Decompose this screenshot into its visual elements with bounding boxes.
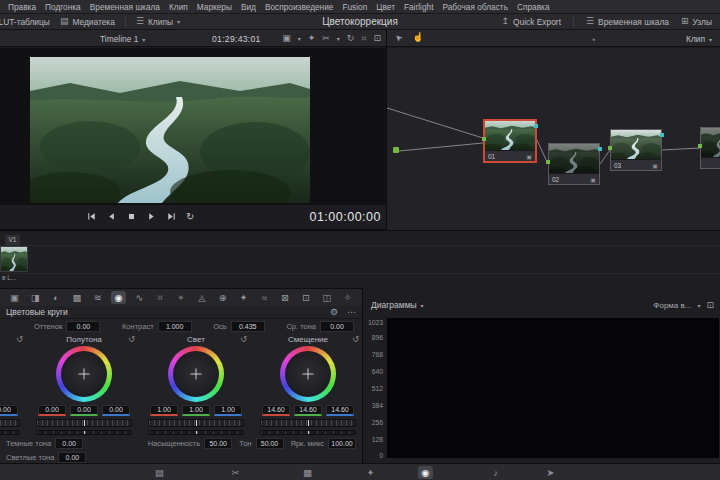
green-value[interactable]: 1.00 (182, 405, 210, 416)
color-page-icon[interactable]: ◉ (418, 466, 433, 479)
fairlight-page-icon[interactable]: ♪ (488, 466, 503, 479)
blur-icon[interactable]: ≈ (257, 291, 272, 304)
scope-mode-select[interactable]: Форма в... (653, 301, 691, 310)
menu-playback[interactable]: Воспроизведение (265, 2, 334, 12)
blue-value[interactable]: 0.00 (0, 405, 18, 416)
qualifier-icon[interactable]: ⌖ (174, 291, 189, 304)
node-01[interactable]: 01 ▣ (483, 119, 537, 163)
loop-icon[interactable]: ↻ (347, 34, 355, 43)
red-value[interactable]: 14.60 (262, 405, 290, 416)
motion-effects-icon[interactable]: ≋ (90, 291, 105, 304)
master-wheel-slider[interactable] (148, 419, 244, 427)
timeline-select[interactable]: Timeline 1 ▾ (100, 34, 145, 44)
rgb-mixer-icon[interactable]: ▩ (69, 291, 84, 304)
color-wheel[interactable] (280, 346, 336, 402)
menu-edit[interactable]: Правка (8, 2, 36, 12)
output-port-icon[interactable] (534, 124, 538, 128)
loop-button[interactable]: ↻ (186, 211, 194, 222)
node-partial[interactable] (700, 127, 720, 169)
fine-slider[interactable] (36, 430, 132, 435)
saturation-value[interactable]: 50.00 (204, 438, 232, 449)
video-preview[interactable] (30, 57, 310, 203)
input-port-icon[interactable] (546, 160, 550, 164)
red-value[interactable]: 0.00 (38, 405, 66, 416)
midtone-value[interactable]: 0.00 (320, 321, 354, 332)
mini-timeline[interactable]: V1 в L... (0, 230, 720, 288)
color-wheel[interactable] (168, 346, 224, 402)
curves-icon[interactable]: ∿ (132, 291, 147, 304)
shadows-value[interactable]: 0.00 (55, 438, 83, 449)
fine-slider[interactable] (148, 430, 244, 435)
expand-icon[interactable]: ⊡ (373, 34, 381, 43)
key-icon[interactable]: ⊠ (278, 291, 293, 304)
media-pool-button[interactable]: ▤ Медиатека (60, 17, 115, 27)
menu-timeline[interactable]: Временная шкала (90, 2, 160, 12)
timeline-panel-button[interactable]: ☰ Временная шкала (586, 17, 669, 27)
grid-icon[interactable]: ⌗ (361, 34, 366, 43)
hdr-grade-icon[interactable]: ◐ (49, 291, 64, 304)
source-port-icon[interactable] (393, 147, 399, 153)
cut-page-icon[interactable]: ✂ (228, 466, 243, 479)
blue-value[interactable]: 0.00 (102, 405, 130, 416)
node-editor[interactable]: 01 ▣ 02 ▣ 03 ▣ (387, 48, 720, 230)
input-port-icon[interactable] (608, 146, 612, 150)
step-back-button[interactable] (106, 211, 117, 222)
reset-icon[interactable]: ↺ (16, 335, 23, 344)
menu-markers[interactable]: Маркеры (197, 2, 232, 12)
contrast-value[interactable]: 1.000 (158, 321, 192, 332)
output-port-icon[interactable] (660, 133, 664, 137)
node-02[interactable]: 02 ▣ (548, 143, 600, 185)
cursor-icon[interactable]: ➤ (393, 32, 405, 44)
master-wheel-slider[interactable] (36, 419, 132, 427)
quick-export-button[interactable]: ↥ Quick Export (502, 17, 562, 27)
color-wheel[interactable] (56, 346, 112, 402)
highlights-value[interactable]: 0.00 (58, 452, 86, 463)
pivot-value[interactable]: 0.435 (231, 321, 265, 332)
chevron-down-icon[interactable]: ▾ (298, 35, 301, 42)
sizing-icon[interactable]: ⊡ (298, 291, 313, 304)
lut-browser-button[interactable]: ▦ LUT-таблицы (0, 17, 50, 27)
input-port-icon[interactable] (482, 137, 486, 141)
color-warper-icon[interactable]: ⌗ (153, 291, 168, 304)
timeline-clip[interactable] (0, 246, 28, 272)
master-wheel-slider[interactable] (0, 419, 20, 427)
menu-trim[interactable]: Подгонка (45, 2, 81, 12)
clips-button[interactable]: ☰ Клипы ▾ (136, 17, 180, 27)
menu-clip[interactable]: Клип (169, 2, 188, 12)
play-button[interactable] (146, 211, 157, 222)
menu-view[interactable]: Вид (241, 2, 256, 12)
menu-workspace[interactable]: Рабочая область (442, 2, 508, 12)
effects-icon[interactable]: ✧ (340, 291, 355, 304)
output-port-icon[interactable] (598, 147, 602, 151)
scissors-icon[interactable]: ✂ (322, 34, 330, 43)
skip-start-button[interactable] (86, 211, 97, 222)
red-value[interactable]: 1.00 (150, 405, 178, 416)
chevron-down-icon[interactable]: ▾ (697, 302, 700, 309)
deliver-page-icon[interactable]: ➤ (543, 466, 558, 479)
reset-icon[interactable]: ↺ (352, 335, 359, 344)
tint-value[interactable]: 50.00 (256, 438, 284, 449)
power-windows-icon[interactable]: ◬ (194, 291, 209, 304)
green-value[interactable]: 14.60 (294, 405, 322, 416)
color-wheels-icon[interactable]: ◉ (111, 291, 126, 304)
menu-help[interactable]: Справка (517, 2, 550, 12)
expand-icon[interactable]: ⊡ (706, 301, 714, 310)
color-match-icon[interactable]: ◨ (28, 291, 43, 304)
node-view-select[interactable]: Клип ▾ (686, 34, 712, 44)
green-value[interactable]: 0.00 (70, 405, 98, 416)
blue-value[interactable]: 1.00 (214, 405, 242, 416)
camera-raw-icon[interactable]: ▣ (7, 291, 22, 304)
stereo-3d-icon[interactable]: ◫ (319, 291, 334, 304)
settings-icon[interactable]: ⚙ (330, 308, 338, 317)
menu-fairlight[interactable]: Fairlight (404, 2, 434, 12)
more-icon[interactable]: ⋯ (347, 308, 356, 317)
frame-icon[interactable]: ▣ (282, 34, 291, 43)
scopes-title-select[interactable]: Диаграммы ▾ (371, 300, 424, 310)
stop-button[interactable] (126, 211, 137, 222)
master-wheel-slider[interactable] (260, 419, 356, 427)
chevron-down-icon[interactable]: ▾ (337, 35, 340, 42)
nodes-panel-button[interactable]: ⊞ Узлы (681, 17, 712, 27)
input-port-icon[interactable] (698, 144, 702, 148)
wand-icon[interactable]: ✦ (308, 34, 316, 43)
magic-mask-icon[interactable]: ✦ (236, 291, 251, 304)
